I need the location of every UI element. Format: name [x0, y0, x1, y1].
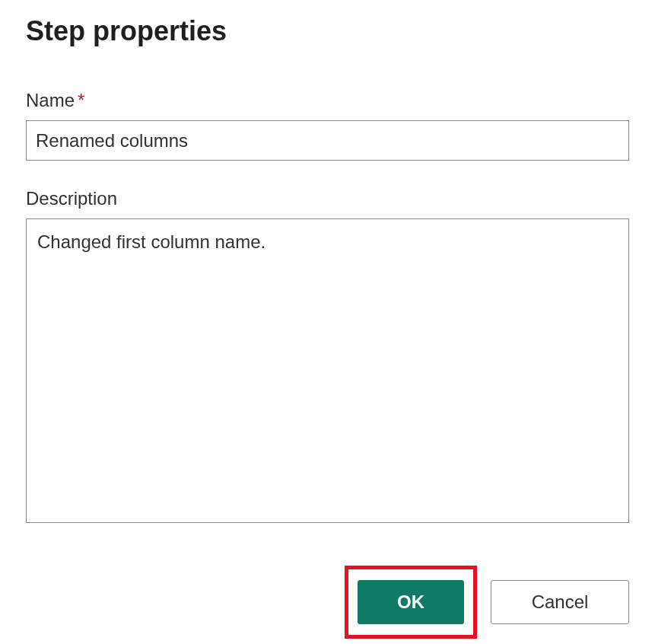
name-input[interactable] — [26, 120, 629, 161]
description-field-group: Description Changed first column name. — [26, 188, 629, 526]
cancel-button[interactable]: Cancel — [491, 580, 629, 624]
button-row: OK Cancel — [26, 566, 629, 639]
name-label: Name* — [26, 90, 629, 111]
description-input[interactable]: Changed first column name. — [26, 218, 629, 523]
description-label: Description — [26, 188, 629, 209]
name-field-group: Name* — [26, 90, 629, 161]
ok-button[interactable]: OK — [358, 580, 464, 624]
name-label-text: Name — [26, 90, 75, 110]
ok-button-highlight: OK — [345, 566, 477, 639]
dialog-title: Step properties — [26, 15, 629, 47]
required-asterisk: * — [78, 90, 84, 110]
